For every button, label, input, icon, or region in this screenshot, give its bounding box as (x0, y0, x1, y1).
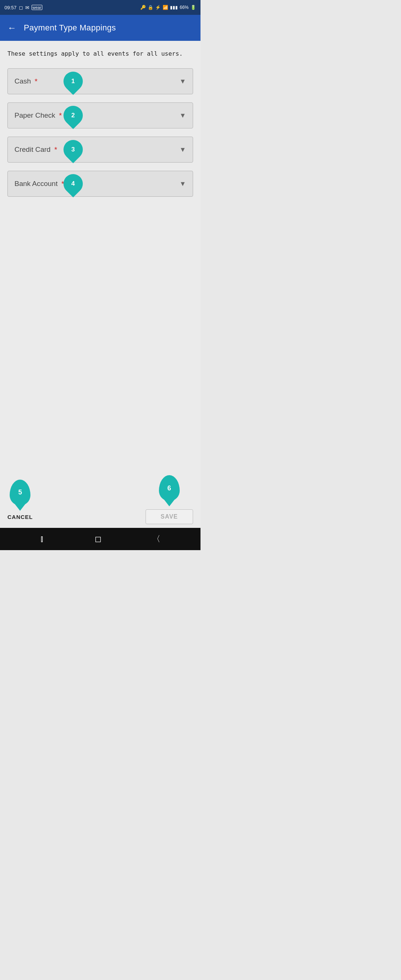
nav-home-icon[interactable]: ◻ (95, 534, 101, 544)
paper-check-badge: 2 (59, 102, 87, 130)
bank-account-dropdown-arrow: ▼ (179, 180, 186, 188)
paper-check-label: Paper Check* (14, 111, 62, 120)
cash-dropdown[interactable]: Cash* 1 ▼ (8, 68, 193, 94)
bluetooth-icon: ⚡ (155, 5, 161, 10)
cancel-pin: 5 (10, 480, 30, 506)
bottom-spacer (8, 205, 193, 361)
status-right: 🔑 🔒 ⚡ 📶 ▮▮▮ 66% 🔋 (140, 5, 196, 10)
paper-check-required: * (59, 111, 62, 120)
save-button[interactable]: SAVE (146, 509, 193, 524)
battery-percent: 66% (180, 5, 189, 10)
wear-icon: wear (32, 5, 43, 10)
page-title: Payment Type Mappings (24, 23, 116, 33)
save-pin: 6 (159, 475, 180, 501)
paper-check-dropdown[interactable]: Paper Check* 2 ▼ (8, 102, 193, 129)
app-bar: ← Payment Type Mappings (0, 15, 200, 41)
save-badge: 6 (167, 484, 171, 492)
status-left: 09:57 ◻ ✉ wear (5, 5, 42, 10)
lock-icon: 🔒 (148, 5, 153, 10)
credit-card-label: Credit Card* (14, 145, 57, 154)
key-icon: 🔑 (140, 5, 146, 10)
cash-dropdown-arrow: ▼ (179, 78, 186, 85)
bank-account-dropdown[interactable]: Bank Account* 4 ▼ (8, 171, 193, 197)
notification-icon: ◻ (19, 5, 23, 10)
cash-label: Cash* (14, 77, 38, 86)
battery-icon: 🔋 (191, 5, 196, 10)
status-bar: 09:57 ◻ ✉ wear 🔑 🔒 ⚡ 📶 ▮▮▮ 66% 🔋 (0, 0, 200, 15)
settings-description: These settings apply to all events for a… (8, 50, 193, 58)
bank-account-label: Bank Account* (14, 180, 64, 188)
cash-badge: 1 (59, 68, 87, 95)
main-content: These settings apply to all events for a… (0, 41, 200, 468)
cancel-area[interactable]: 5 CANCEL (8, 480, 33, 520)
cancel-badge: 5 (18, 488, 22, 496)
nav-back-icon[interactable]: 〈 (152, 533, 161, 544)
cancel-button[interactable]: CANCEL (8, 514, 33, 520)
paper-check-dropdown-arrow: ▼ (179, 112, 186, 119)
credit-card-badge: 3 (59, 136, 87, 164)
credit-card-dropdown[interactable]: Credit Card* 3 ▼ (8, 137, 193, 162)
action-area: 5 CANCEL 6 SAVE (0, 468, 200, 528)
mail-icon: ✉ (25, 5, 29, 10)
credit-card-dropdown-arrow: ▼ (179, 146, 186, 154)
bank-account-badge: 4 (59, 170, 87, 198)
back-button[interactable]: ← (8, 23, 16, 33)
cash-required: * (35, 77, 38, 86)
wifi-icon: 📶 (162, 5, 168, 10)
nav-bar: ⫿ ◻ 〈 (0, 528, 200, 550)
nav-menu-icon[interactable]: ⫿ (40, 534, 44, 544)
time: 09:57 (5, 5, 17, 10)
signal-icon: ▮▮▮ (170, 5, 178, 10)
credit-card-required: * (54, 145, 57, 154)
save-area[interactable]: 6 SAVE (146, 475, 193, 524)
